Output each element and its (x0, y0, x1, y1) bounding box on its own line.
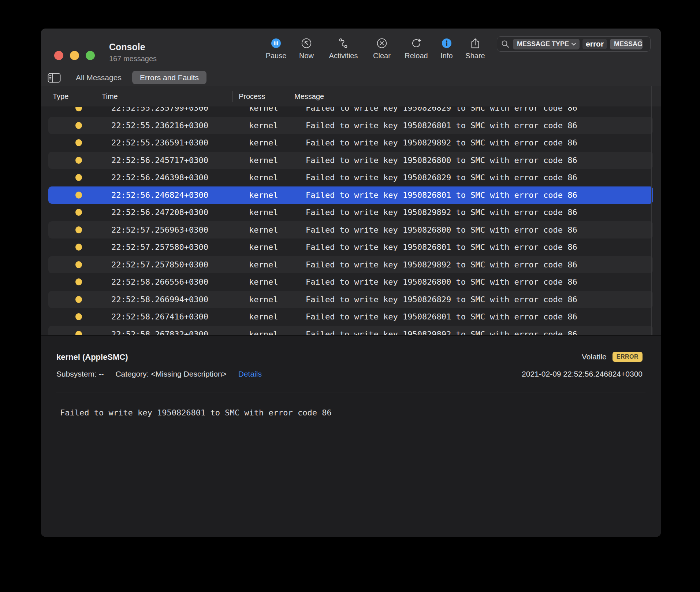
column-divider[interactable] (96, 91, 96, 102)
error-badge: ERROR (612, 352, 643, 362)
close-window-button[interactable] (54, 51, 63, 60)
detail-pane: kernel (AppleSMC) Subsystem: -- Category… (41, 336, 661, 537)
row-message: Failed to write key 1950826801 to SMC wi… (306, 238, 577, 256)
row-message: Failed to write key 1950829892 to SMC wi… (306, 256, 577, 273)
row-process: kernel (249, 308, 278, 325)
tab-errors-and-faults[interactable]: Errors and Faults (132, 71, 206, 84)
row-time: 22:52:58.267832+0300 (111, 326, 208, 335)
row-message: Failed to write key 1950826829 to SMC wi… (306, 169, 577, 186)
row-message: Failed to write key 1950826800 to SMC wi… (306, 273, 577, 291)
zoom-window-button[interactable] (86, 51, 95, 60)
table-row[interactable]: 22:52:56.245717+0300 kernel Failed to wr… (48, 152, 653, 169)
row-message: Failed to write key 1950826801 to SMC wi… (306, 117, 577, 134)
search-filter-value[interactable]: error (582, 39, 607, 49)
row-message: Failed to write key 1950826800 to SMC wi… (306, 221, 577, 238)
table-row[interactable]: 22:52:56.247208+0300 kernel Failed to wr… (48, 204, 653, 221)
table-row[interactable]: 22:52:55.236591+0300 kernel Failed to wr… (48, 134, 653, 151)
row-time: 22:52:56.247208+0300 (111, 204, 208, 221)
detail-divider (56, 392, 645, 392)
search-field[interactable]: MESSAGE TYPE error MESSAGI (497, 36, 651, 52)
table-row[interactable]: 22:52:55.236216+0300 kernel Failed to wr… (48, 117, 653, 134)
column-header-type[interactable]: Type (53, 86, 68, 107)
reload-button[interactable]: Reload (399, 37, 434, 60)
column-divider[interactable] (232, 91, 233, 102)
window-controls (54, 51, 95, 60)
now-button[interactable]: Now (289, 37, 324, 60)
row-time: 22:52:57.257580+0300 (111, 238, 208, 256)
error-dot-icon (75, 313, 82, 320)
table-row[interactable]: 22:52:58.266994+0300 kernel Failed to wr… (48, 291, 653, 308)
column-divider[interactable] (289, 91, 289, 102)
row-process: kernel (249, 204, 278, 221)
row-message: Failed to write key 1950826800 to SMC wi… (306, 152, 577, 169)
pause-button[interactable]: Pause (258, 37, 294, 60)
window-title-block: Console 167 messages (109, 42, 157, 63)
error-dot-icon (75, 331, 82, 335)
tab-all-messages[interactable]: All Messages (76, 70, 122, 86)
activities-button[interactable]: Activities (326, 37, 361, 60)
desktop-background: Console 167 messages Pause Now (0, 0, 700, 592)
clear-icon (376, 37, 387, 50)
search-filter-type-token[interactable]: MESSAGE TYPE (513, 39, 580, 49)
table-row[interactable]: 22:52:56.246824+0300 kernel Failed to wr… (48, 186, 653, 204)
error-dot-icon (75, 157, 82, 164)
detail-subsystem: Subsystem: -- (56, 370, 104, 378)
row-time: 22:52:57.256963+0300 (111, 221, 208, 238)
table-row[interactable]: 22:52:55.235799+0300 kernel Failed to wr… (48, 107, 653, 116)
row-time: 22:52:55.236216+0300 (111, 117, 208, 134)
row-message: Failed to write key 1950826801 to SMC wi… (306, 186, 577, 204)
error-dot-icon (75, 296, 82, 303)
table-row[interactable]: 22:52:58.266556+0300 kernel Failed to wr… (48, 273, 653, 291)
row-process: kernel (249, 152, 278, 169)
row-process: kernel (249, 273, 278, 291)
row-message: Failed to write key 1950826829 to SMC wi… (306, 291, 577, 308)
row-message: Failed to write key 1950826829 to SMC wi… (306, 107, 577, 116)
tab-bar: All Messages Errors and Faults (41, 70, 661, 86)
row-process: kernel (249, 291, 278, 308)
minimize-window-button[interactable] (70, 51, 79, 60)
error-dot-icon (75, 244, 82, 251)
row-process: kernel (249, 134, 278, 151)
pause-icon (271, 37, 282, 50)
error-dot-icon (75, 174, 82, 181)
error-dot-icon (75, 261, 82, 268)
row-message: Failed to write key 1950829892 to SMC wi… (306, 204, 577, 221)
error-dot-icon (75, 192, 82, 199)
row-time: 22:52:57.257850+0300 (111, 256, 208, 273)
table-header: Type Time Process Message (41, 86, 661, 107)
row-message: Failed to write key 1950829892 to SMC wi… (306, 134, 577, 151)
table-right-rule (651, 86, 652, 335)
details-link[interactable]: Details (238, 370, 262, 378)
table-row[interactable]: 22:52:56.246398+0300 kernel Failed to wr… (48, 169, 653, 186)
row-time: 22:52:58.267416+0300 (111, 308, 208, 325)
info-icon (441, 37, 452, 50)
console-window: Console 167 messages Pause Now (41, 29, 661, 537)
row-time: 22:52:55.235799+0300 (111, 107, 208, 116)
row-process: kernel (249, 238, 278, 256)
row-message: Failed to write key 1950826801 to SMC wi… (306, 308, 577, 325)
sidebar-toggle-button[interactable] (48, 73, 61, 85)
row-time: 22:52:58.266994+0300 (111, 291, 208, 308)
activities-icon (338, 37, 349, 50)
table-row[interactable]: 22:52:58.267416+0300 kernel Failed to wr… (48, 308, 653, 325)
column-header-message[interactable]: Message (294, 86, 324, 107)
sidebar-icon (48, 73, 61, 83)
error-dot-icon (75, 122, 82, 129)
row-process: kernel (249, 221, 278, 238)
share-button[interactable]: Share (458, 37, 493, 60)
table-row[interactable]: 22:52:57.256963+0300 kernel Failed to wr… (48, 221, 653, 238)
column-header-process[interactable]: Process (239, 86, 265, 107)
reload-icon (411, 37, 422, 50)
row-time: 22:52:56.246824+0300 (111, 186, 208, 204)
column-header-time[interactable]: Time (102, 86, 118, 107)
clear-button[interactable]: Clear (364, 37, 399, 60)
table-row[interactable]: 22:52:57.257580+0300 kernel Failed to wr… (48, 238, 653, 256)
row-process: kernel (249, 186, 278, 204)
table-row[interactable]: 22:52:58.267832+0300 kernel Failed to wr… (48, 326, 653, 335)
error-dot-icon (75, 226, 82, 233)
error-dot-icon (75, 209, 82, 216)
table-row[interactable]: 22:52:57.257850+0300 kernel Failed to wr… (48, 256, 653, 273)
search-extra-token[interactable]: MESSAGI (610, 39, 643, 49)
row-message: Failed to write key 1950829892 to SMC wi… (306, 326, 577, 335)
message-count: 167 messages (109, 55, 157, 63)
